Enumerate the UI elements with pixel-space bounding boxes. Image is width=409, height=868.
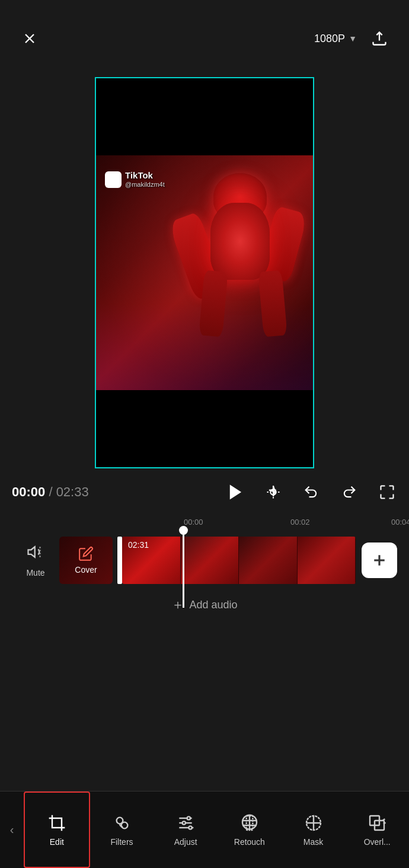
timestamp-0: 00:00 [184,518,203,526]
resolution-button[interactable]: 1080P ▼ [314,33,357,45]
overlay-icon [368,813,386,832]
svg-line-26 [383,819,385,821]
timestamp-4: 00:04 [391,518,409,526]
cover-label: Cover [75,565,97,575]
monster-leg-left [199,270,228,337]
svg-point-16 [183,821,186,824]
timeline-track: Mute Cover 02:31 [0,531,409,590]
tiktok-handle: @makildzm4t [125,181,165,189]
add-audio-label: Add audio [189,599,237,611]
add-audio-button[interactable]: ＋ Add audio [171,596,237,614]
tiktok-icon: ♪ [105,171,122,188]
tiktok-logo: ♪ TikTok @makildzm4t [105,170,165,189]
keyframe-button[interactable] [263,482,283,502]
add-audio-row: ＋ Add audio [0,590,409,620]
video-scene [96,155,313,392]
time-separator: / [45,484,56,499]
svg-marker-4 [28,547,35,557]
mute-icon [27,543,44,563]
video-black-top [96,78,313,155]
playback-controls [225,482,397,502]
play-button[interactable] [225,482,245,502]
playhead [183,531,184,608]
redo-button[interactable] [339,482,359,502]
toolbar-label-mask: Mask [303,837,323,847]
crop-icon [47,813,66,832]
time-display: 00:00 / 02:33 [12,484,89,500]
bottom-toolbar: ‹ Edit Filters Adjust [0,791,409,868]
video-black-bottom [96,390,313,467]
mute-label: Mute [26,568,44,577]
video-content: ♪ TikTok @makildzm4t [96,78,313,467]
add-clip-button[interactable] [362,542,397,578]
timestamp-2: 00:02 [290,518,310,526]
export-button[interactable] [368,27,391,50]
toolbar-item-edit[interactable]: Edit [24,792,90,868]
controls-bar: 00:00 / 02:33 [0,471,409,513]
undo-button[interactable] [301,482,321,502]
nav-back-arrow[interactable]: ‹ [0,823,24,837]
plus-icon [370,551,388,569]
monster-torso [210,203,270,280]
toolbar-item-overlay[interactable]: Overl... [345,792,409,868]
video-preview: ♪ TikTok @makildzm4t [95,77,314,468]
tiktok-watermark: ♪ TikTok @makildzm4t [105,170,165,189]
adjust-icon [176,813,195,832]
svg-point-13 [187,816,190,819]
fullscreen-button[interactable] [377,482,397,502]
filters-icon [113,813,132,832]
toolbar-item-retouch[interactable]: Retouch [218,792,282,868]
strip-frames [122,537,356,584]
toolbar-label-retouch: Retouch [234,837,265,847]
mask-icon [304,813,323,832]
strip-frame-4 [298,537,356,584]
current-time: 00:00 [12,484,45,499]
close-icon [21,30,38,47]
toolbar-label-adjust: Adjust [174,837,197,847]
close-button[interactable] [18,27,41,50]
timeline-timestamps: 00:00 00:02 00:04 [0,513,409,531]
video-strip[interactable]: 02:31 [122,537,356,584]
svg-marker-2 [231,486,240,499]
resolution-label: 1080P [314,33,345,45]
toolbar-label-filters: Filters [110,837,133,847]
toolbar-item-filters[interactable]: Filters [90,792,154,868]
strip-separator [117,537,122,584]
toolbar-item-adjust[interactable]: Adjust [154,792,218,868]
toolbar-label-edit: Edit [50,837,64,847]
toolbar-label-overlay: Overl... [364,837,391,847]
retouch-icon [240,813,259,832]
svg-point-19 [189,826,192,829]
strip-frame-3 [239,537,298,584]
timeline-section: 00:00 00:02 00:04 Mute Cover [0,513,409,631]
strip-duration: 02:31 [128,540,149,550]
chevron-down-icon: ▼ [349,34,357,43]
content-spacer [0,634,409,789]
top-right-controls: 1080P ▼ [314,27,391,50]
svg-rect-8 [52,818,62,828]
strip-frame-2 [181,537,239,584]
export-icon [371,30,388,47]
tiktok-text-group: TikTok @makildzm4t [125,170,165,189]
total-time: 02:33 [56,484,89,499]
toolbar-item-mask[interactable]: Mask [282,792,346,868]
monster-creature [181,167,299,357]
tiktok-brand: TikTok [125,170,165,181]
cover-edit-icon [78,546,94,561]
mute-button[interactable]: Mute [12,543,59,577]
cover-button[interactable]: Cover [59,537,113,584]
top-bar: 1080P ▼ [0,0,409,77]
